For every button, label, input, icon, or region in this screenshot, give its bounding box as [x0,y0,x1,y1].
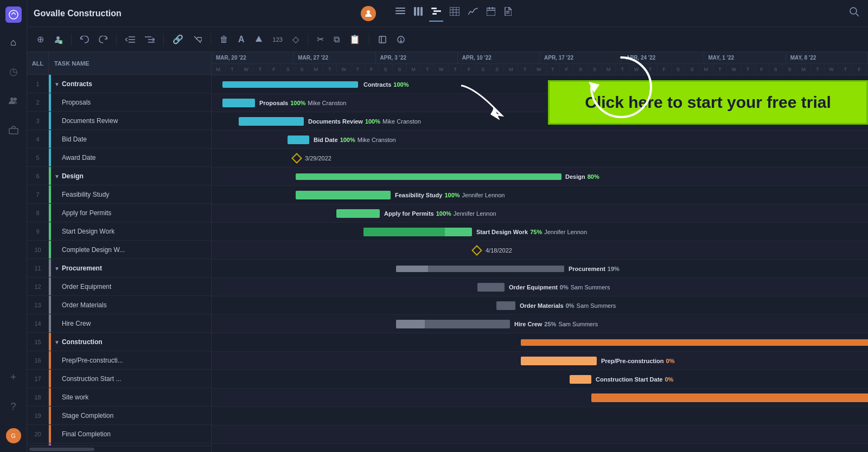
sidebar-add-icon[interactable]: + [4,367,23,387]
sidebar-briefcase-icon[interactable] [4,120,23,140]
sidebar-help-icon[interactable]: ? [4,397,23,416]
row-number: 14 [27,314,49,332]
gantt-month: MAR, 27 '22 [293,52,375,63]
row-label: Documents Review [51,117,211,125]
const-start-bar-label: Construction Start Date 0% [596,376,673,383]
award-date-label: 3/29/2022 [305,155,331,162]
task-row[interactable]: 20 Final Completion [27,425,211,443]
table-view-icon[interactable] [448,5,462,22]
svg-rect-8 [414,7,416,16]
add-btn[interactable]: ⊕ [34,32,47,47]
task-row[interactable]: 8 Apply for Permits [27,204,211,222]
chart-view-icon[interactable] [466,5,480,22]
gantt-row-9: Start Design Work 75% Jennifer Lennon [212,223,868,241]
user-btn[interactable]: + [50,33,66,46]
task-row[interactable]: 3 Documents Review [27,112,211,130]
search-icon[interactable] [847,5,861,22]
sep5 [308,34,308,46]
top-bar: Govalle Construction [27,0,868,27]
start-design-bar [363,228,472,236]
gantt-view-icon[interactable] [429,5,443,22]
cut-btn[interactable]: ✂ [314,32,327,47]
user-avatar[interactable] [361,6,376,21]
bid-date-bar-label: Bid Date 100% Mike Cranston [314,137,396,143]
project-title: Govalle Construction [34,9,354,18]
fill-btn[interactable] [251,33,266,46]
task-row[interactable]: 11 ▼Procurement [27,259,211,277]
task-row[interactable]: 9 Start Design Work [27,222,211,241]
redo-btn[interactable] [95,34,111,46]
task-row[interactable]: 12 Order Equipment [27,277,211,296]
row-label: Stage Completion [51,412,211,419]
svg-rect-14 [450,7,459,16]
shape-btn[interactable]: ◇ [289,32,302,47]
task-rows: 1 ▼Contracts 2 Proposals 3 Document [27,75,211,445]
undo-btn[interactable] [77,34,92,46]
task-name-col-header: TASK NAME [49,60,211,67]
copy-btn[interactable]: ⧉ [330,33,343,47]
gantt-row-8: Apply for Permits 100% Jennifer Lennon [212,204,868,223]
row-number: 17 [27,370,49,388]
row-number: 19 [27,406,49,424]
column-view-icon[interactable] [412,5,425,22]
calendar-view-icon[interactable] [484,5,497,22]
extra-btn1[interactable] [375,33,390,46]
task-row[interactable]: 16 Prep/Pre-constructi... [27,351,211,370]
task-row[interactable]: 4 Bid Date [27,130,211,148]
task-row[interactable]: 14 Hire Crew [27,314,211,333]
svg-line-26 [856,14,859,16]
sep3 [163,34,164,46]
sidebar-avatar[interactable]: G [4,426,23,445]
text-color-btn[interactable]: A [235,33,248,47]
doc-view-icon[interactable] [502,5,514,22]
extra-btn2[interactable] [393,33,409,46]
paste-btn[interactable]: 📋 [346,32,363,47]
svg-rect-12 [433,10,441,12]
app-logo[interactable] [5,7,22,23]
gantt-body[interactable]: Contracts 100% Proposals 100% Mike Crans… [212,75,868,452]
construction-group-bar [521,339,868,346]
task-row[interactable]: 7 Feasibility Study [27,185,211,204]
permits-bar [336,209,380,218]
delete-btn[interactable]: 🗑 [216,33,232,47]
feasibility-bar [296,191,391,199]
task-row[interactable]: 1 ▼Contracts [27,75,211,93]
indent-btn[interactable] [142,34,158,46]
task-row[interactable]: 17 Construction Start ... [27,370,211,388]
unlink-btn[interactable] [190,33,205,46]
row-label: ▼Construction [51,338,211,346]
sep6 [369,34,369,46]
task-row[interactable]: 6 ▼Design [27,167,211,185]
sidebar-people-icon[interactable] [4,91,23,111]
task-list-panel: ALL TASK NAME 1 ▼Contracts 2 Proposals [27,52,212,452]
row-number: 1 [27,75,49,93]
row-label: ▼Contracts [51,80,211,88]
task-row[interactable]: 15 ▼Construction [27,333,211,351]
svg-rect-11 [431,8,437,9]
gantt-month: APR, 3 '22 [376,52,458,63]
svg-point-2 [14,98,17,101]
task-row[interactable]: 13 Order Materials [27,296,211,314]
prep-bar-label: Prep/Pre-construction 0% [601,358,674,364]
row-label: Order Equipment [51,283,211,290]
sidebar-home-icon[interactable]: ⌂ [4,33,23,52]
row-label: Construction Start ... [51,375,211,383]
gantt-days-row: (function() { const days = ['M','T','W',… [212,64,868,75]
sidebar-clock-icon[interactable]: ◷ [4,62,23,81]
row-number: 2 [27,93,49,111]
list-view-icon[interactable] [393,5,407,22]
svg-marker-37 [256,36,262,42]
task-row[interactable]: 18 Site work [27,388,211,406]
gantt-month: MAY, 8 '22 [786,52,868,63]
task-row[interactable]: 5 Award Date [27,148,211,167]
outdent-btn[interactable] [122,34,138,46]
row-label: Proposals [51,99,211,106]
task-row[interactable]: 19 Stage Completion [27,406,211,425]
task-row[interactable]: 2 Proposals [27,93,211,112]
number-btn[interactable]: 123 [270,34,286,45]
gantt-row-19 [212,407,868,425]
link-btn[interactable]: 🔗 [169,32,187,47]
task-row[interactable]: 10 Complete Design W... [27,241,211,259]
row-number: 20 [27,425,49,443]
task-list-scrollbar[interactable] [27,445,211,452]
